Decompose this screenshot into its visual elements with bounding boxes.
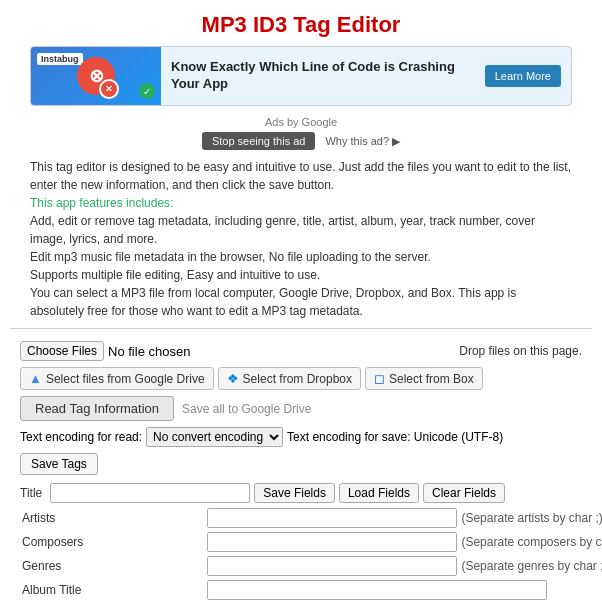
encoding-row: Text encoding for read: No convert encod… (20, 427, 582, 447)
genres-input[interactable] (207, 556, 457, 576)
encoding-read-label: Text encoding for read: (20, 430, 142, 444)
drop-files-text: Drop files on this page. (459, 344, 582, 358)
ad-cta-button[interactable]: Learn More (485, 65, 561, 87)
save-tags-button[interactable]: Save Tags (20, 453, 98, 475)
why-ads-button[interactable]: Why this ad? ▶ (325, 132, 400, 150)
desc-line1: This tag editor is designed to be easy a… (30, 158, 572, 194)
ad-controls: Stop seeing this ad Why this ad? ▶ (0, 132, 602, 150)
album-title-row: Album Title (20, 578, 602, 600)
encoding-read-select[interactable]: No convert encoding (146, 427, 283, 447)
save-gdrive-button[interactable]: Save all to Google Drive (182, 402, 311, 416)
title-input[interactable] (50, 483, 250, 503)
save-fields-button[interactable]: Save Fields (254, 483, 335, 503)
box-label: Select from Box (389, 372, 474, 386)
desc-features-label: This app features includes: (30, 194, 572, 212)
album-title-label: Album Title (20, 578, 205, 600)
composers-input[interactable] (207, 532, 457, 552)
clear-fields-button[interactable]: Clear Fields (423, 483, 505, 503)
description-block: This tag editor is designed to be easy a… (30, 158, 572, 320)
page-title: MP3 ID3 Tag Editor (0, 0, 602, 46)
genres-note: (Separate genres by char ;) (459, 554, 602, 578)
ads-by-google: Ads by Google (0, 116, 602, 128)
ad-left-graphic: Instabug ⊗ ✓ (31, 47, 161, 105)
google-drive-label: Select files from Google Drive (46, 372, 205, 386)
album-title-input[interactable] (207, 580, 547, 600)
file-left: Choose Files No file chosen (20, 341, 190, 361)
ad-badge: Instabug (37, 53, 83, 65)
ad-content: Know Exactly Which Line of Code is Crash… (161, 53, 485, 99)
desc-line4: Supports multiple file editing, Easy and… (30, 266, 572, 284)
no-file-chosen-text: No file chosen (108, 344, 190, 359)
encoding-save-label: Text encoding for save: Unicode (UTF-8) (287, 430, 503, 444)
composers-row: Composers (Separate composers by char ;) (20, 530, 602, 554)
ad-title: Know Exactly Which Line of Code is Crash… (171, 59, 475, 93)
choose-files-button[interactable]: Choose Files (20, 341, 104, 361)
google-drive-button[interactable]: ▲ Select files from Google Drive (20, 367, 214, 390)
read-tag-row: Read Tag Information Save all to Google … (20, 396, 582, 421)
genres-label: Genres (20, 554, 205, 578)
drive-row: ▲ Select files from Google Drive ❖ Selec… (20, 367, 582, 390)
file-chooser-row: Choose Files No file chosen Drop files o… (20, 341, 582, 361)
genres-row: Genres (Separate genres by char ;) (20, 554, 602, 578)
artists-row: Artists (Separate artists by char ;) (20, 506, 602, 530)
dropbox-icon: ❖ (227, 371, 239, 386)
dropbox-button[interactable]: ❖ Select from Dropbox (218, 367, 361, 390)
title-label: Title (20, 486, 46, 500)
ad-banner: Instabug ⊗ ✓ Know Exactly Which Line of … (30, 46, 572, 106)
load-fields-button[interactable]: Load Fields (339, 483, 419, 503)
read-tag-button[interactable]: Read Tag Information (20, 396, 174, 421)
composers-note: (Separate composers by char ;) (459, 530, 602, 554)
desc-line3: Edit mp3 music file metadata in the brow… (30, 248, 572, 266)
dropbox-label: Select from Dropbox (243, 372, 352, 386)
separator (10, 328, 592, 329)
artists-label: Artists (20, 506, 205, 530)
google-drive-icon: ▲ (29, 371, 42, 386)
stop-ads-button[interactable]: Stop seeing this ad (202, 132, 316, 150)
desc-line2: Add, edit or remove tag metadata, includ… (30, 212, 572, 248)
composers-label: Composers (20, 530, 205, 554)
ad-icon: ⊗ (77, 57, 115, 95)
desc-line5: You can select a MP3 file from local com… (30, 284, 572, 320)
artists-note: (Separate artists by char ;) (459, 506, 602, 530)
title-row: Title Save Fields Load Fields Clear Fiel… (20, 483, 582, 503)
ad-checkmark: ✓ (139, 83, 155, 99)
box-button[interactable]: ◻ Select from Box (365, 367, 483, 390)
action-buttons: Save Fields Load Fields Clear Fields (254, 483, 505, 503)
main-area: Choose Files No file chosen Drop files o… (0, 337, 602, 600)
fields-table: Artists (Separate artists by char ;) Com… (20, 506, 602, 600)
box-icon: ◻ (374, 371, 385, 386)
artists-input[interactable] (207, 508, 457, 528)
